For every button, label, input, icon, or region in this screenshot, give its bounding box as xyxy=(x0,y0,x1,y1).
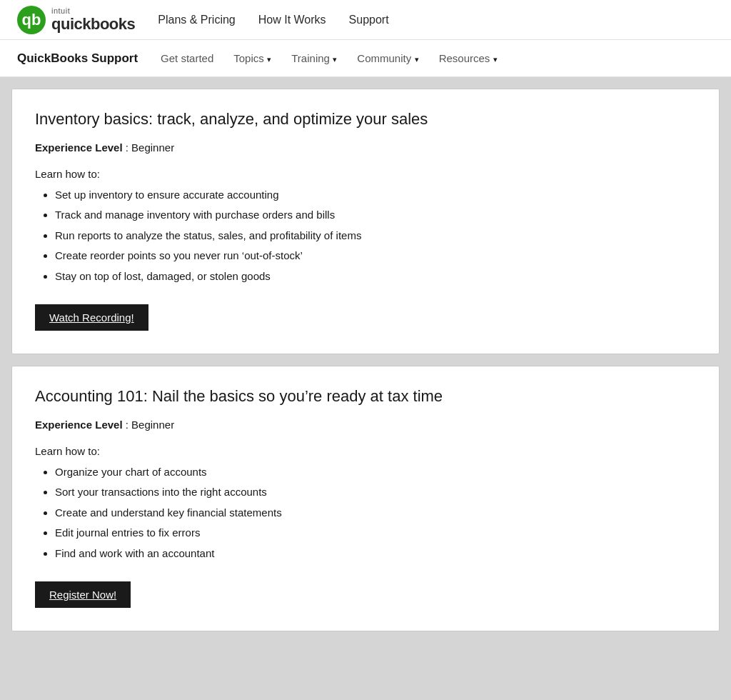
list-item: Organize your chart of accounts xyxy=(55,464,696,481)
support-brand-label: QuickBooks Support xyxy=(17,51,138,66)
list-item: Run reports to analyze the status, sales… xyxy=(55,228,696,244)
accounting-experience-value: : Beginner xyxy=(126,419,174,431)
support-navigation: QuickBooks Support Get started Topics Tr… xyxy=(0,40,731,77)
top-nav-item-support: Support xyxy=(349,14,389,26)
list-item: Track and manage inventory with purchase… xyxy=(55,207,696,224)
support-nav-get-started: Get started xyxy=(161,52,213,65)
accounting-card-title: Accounting 101: Nail the basics so you’r… xyxy=(35,386,696,407)
svg-text:qb: qb xyxy=(22,11,41,29)
list-item: Stay on top of lost, damaged, or stolen … xyxy=(55,269,696,285)
accounting-experience-level: Experience Level : Beginner xyxy=(35,419,696,431)
support-link[interactable]: Support xyxy=(349,14,389,26)
list-item: Find and work with an accountant xyxy=(55,546,696,562)
get-started-link[interactable]: Get started xyxy=(161,52,213,64)
watch-recording-button[interactable]: Watch Recording! xyxy=(35,304,148,331)
top-nav-links: Plans & Pricing How It Works Support xyxy=(158,14,388,26)
top-nav-item-how: How It Works xyxy=(258,14,326,26)
experience-label: Experience Level xyxy=(35,141,123,154)
support-nav-links: Get started Topics Training Community Re… xyxy=(161,52,498,65)
inventory-card: Inventory basics: track, analyze, and op… xyxy=(11,89,720,354)
top-nav-item-plans: Plans & Pricing xyxy=(158,14,236,26)
plans-pricing-link[interactable]: Plans & Pricing xyxy=(158,14,236,26)
top-navigation: qb intuit quickbooks Plans & Pricing How… xyxy=(0,0,731,40)
accounting-bullet-list: Organize your chart of accounts Sort you… xyxy=(35,464,696,562)
register-now-button[interactable]: Register Now! xyxy=(35,581,131,608)
support-nav-training: Training xyxy=(291,52,337,65)
inventory-learn-how: Learn how to: xyxy=(35,168,696,180)
topics-link[interactable]: Topics xyxy=(233,52,264,64)
inventory-bullet-list: Set up inventory to ensure accurate acco… xyxy=(35,187,696,285)
logo-text: intuit quickbooks xyxy=(51,6,135,34)
support-nav-resources: Resources xyxy=(439,52,498,65)
inventory-experience-value: : Beginner xyxy=(126,141,174,154)
list-item: Create and understand key financial stat… xyxy=(55,505,696,521)
inventory-card-title: Inventory basics: track, analyze, and op… xyxy=(35,109,696,130)
accounting-card: Accounting 101: Nail the basics so you’r… xyxy=(11,366,720,631)
accounting-learn-how: Learn how to: xyxy=(35,445,696,457)
main-content: Inventory basics: track, analyze, and op… xyxy=(0,77,731,700)
support-nav-community: Community xyxy=(357,52,418,65)
quickbooks-logo-icon: qb xyxy=(17,6,46,34)
training-link[interactable]: Training xyxy=(291,52,330,64)
list-item: Create reorder points so you never run ‘… xyxy=(55,248,696,264)
logo-link[interactable]: qb intuit quickbooks xyxy=(17,6,135,34)
intuit-label: intuit xyxy=(51,6,135,15)
inventory-experience-level: Experience Level : Beginner xyxy=(35,141,696,154)
how-it-works-link[interactable]: How It Works xyxy=(258,14,326,26)
experience-label: Experience Level xyxy=(35,419,123,431)
support-nav-topics: Topics xyxy=(233,52,271,65)
resources-link[interactable]: Resources xyxy=(439,52,490,64)
list-item: Edit journal entries to fix errors xyxy=(55,525,696,541)
community-link[interactable]: Community xyxy=(357,52,411,64)
list-item: Sort your transactions into the right ac… xyxy=(55,484,696,501)
list-item: Set up inventory to ensure accurate acco… xyxy=(55,187,696,204)
